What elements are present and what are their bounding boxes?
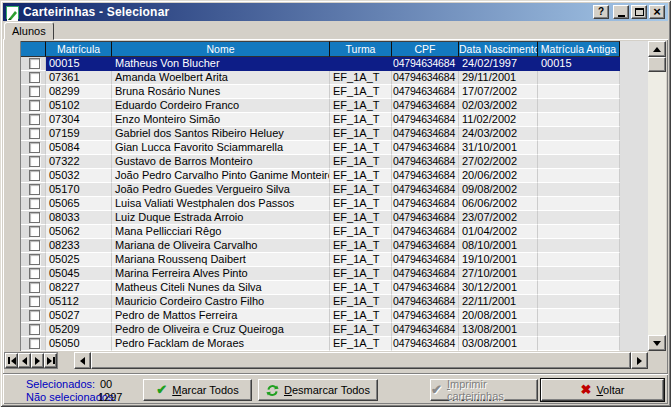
row-checkbox[interactable]: [29, 58, 40, 69]
imprimir-carteirinhas-button[interactable]: ✔ Imprimir carteirinhas: [430, 379, 538, 401]
cell-cpf: 04794634684: [392, 295, 459, 309]
last-record-button[interactable]: [44, 353, 57, 368]
checkbox-cell: [21, 323, 46, 337]
cell-matricula: 05025: [46, 253, 112, 267]
desmarcar-todos-button[interactable]: Desmarcar Todos: [258, 379, 378, 401]
cell-turma: EF_1A_T: [330, 127, 392, 141]
next-record-button[interactable]: [31, 353, 44, 368]
row-checkbox[interactable]: [29, 212, 40, 223]
cell-nome: Pedro de Mattos Ferreira: [112, 309, 330, 323]
row-checkbox[interactable]: [29, 240, 40, 251]
cell-matricula_antiga: [538, 337, 620, 351]
table-row[interactable]: 08299Bruna Rosário NunesEF_1A_T047946346…: [21, 85, 620, 99]
selected-count-label: Selecionados:: [26, 378, 95, 390]
cell-turma: EF_1A_T: [330, 239, 392, 253]
row-checkbox[interactable]: [29, 72, 40, 83]
cell-matricula_antiga: [538, 71, 620, 85]
table-row[interactable]: 05065Luisa Valiati Westphalen dos Passos…: [21, 197, 620, 211]
table-row[interactable]: 05102Eduardo Cordeiro FrancoEF_1A_T04794…: [21, 99, 620, 113]
voltar-label: Voltar: [596, 384, 624, 396]
row-checkbox[interactable]: [29, 338, 40, 349]
prev-record-button[interactable]: [18, 353, 31, 368]
scroll-left-button[interactable]: [74, 352, 91, 369]
close-button[interactable]: ×: [649, 5, 665, 19]
table-row[interactable]: 05084Gian Lucca Favorito SciammarellaEF_…: [21, 141, 620, 155]
tab-alunos[interactable]: Alunos: [4, 22, 54, 40]
table-row[interactable]: 05027Pedro de Mattos FerreiraEF_1A_T0479…: [21, 309, 620, 323]
marcar-todos-label: Marcar Todos: [172, 384, 238, 396]
column-header-data-nascimento[interactable]: Data Nascimento: [459, 41, 538, 57]
cell-cpf: 04794634684: [392, 267, 459, 281]
table-row[interactable]: 07361Amanda Woelbert AritaEF_1A_T0479463…: [21, 71, 620, 85]
cell-turma: EF_1A_T: [330, 337, 392, 351]
row-checkbox[interactable]: [29, 310, 40, 321]
cell-matricula_antiga: [538, 141, 620, 155]
vertical-scrollbar[interactable]: [648, 41, 666, 351]
row-checkbox[interactable]: [29, 198, 40, 209]
cell-matricula_antiga: [538, 155, 620, 169]
table-row[interactable]: 05032João Pedro Carvalho Pinto Ganime Mo…: [21, 169, 620, 183]
table-row[interactable]: 08033Luiz Duque Estrada ArroioEF_1A_T047…: [21, 211, 620, 225]
cell-turma: EF_1A_T: [330, 295, 392, 309]
column-header-cpf[interactable]: CPF: [392, 41, 459, 57]
help-button[interactable]: ?: [593, 5, 609, 19]
column-header-turma[interactable]: Turma: [330, 41, 392, 57]
row-checkbox[interactable]: [29, 100, 40, 111]
column-header-matrícula[interactable]: Matrícula: [46, 41, 112, 57]
cell-nome: Pedro de Oliveira e Cruz Queiroga: [112, 323, 330, 337]
cell-cpf: 04794634684: [392, 309, 459, 323]
cell-matricula_antiga: [538, 309, 620, 323]
row-checkbox[interactable]: [29, 86, 40, 97]
column-header-checkbox[interactable]: [21, 41, 46, 57]
row-checkbox[interactable]: [29, 268, 40, 279]
table-row[interactable]: 05045Marina Ferreira Alves PintoEF_1A_T0…: [21, 267, 620, 281]
cell-matricula: 05112: [46, 295, 112, 309]
cell-matricula_antiga: [538, 197, 620, 211]
horizontal-scroll-thumb[interactable]: [91, 352, 631, 369]
table-row[interactable]: 05112Mauricio Cordeiro Castro FilhoEF_1A…: [21, 295, 620, 309]
marcar-todos-button[interactable]: ✔ Marcar Todos: [143, 379, 252, 401]
row-checkbox[interactable]: [29, 142, 40, 153]
row-checkbox[interactable]: [29, 296, 40, 307]
row-checkbox[interactable]: [29, 184, 40, 195]
horizontal-scrollbar[interactable]: [74, 352, 648, 369]
checkbox-cell: [21, 183, 46, 197]
scrollbar-corner: [648, 352, 666, 369]
row-checkbox[interactable]: [29, 170, 40, 181]
row-checkbox[interactable]: [29, 254, 40, 265]
cell-data_nascimento: 01/04/2002: [459, 225, 538, 239]
row-checkbox[interactable]: [29, 282, 40, 293]
vertical-scroll-thumb[interactable]: [648, 57, 666, 72]
table-row[interactable]: 07304Enzo Monteiro SimãoEF_1A_T047946346…: [21, 113, 620, 127]
table-row[interactable]: 07322Gustavo de Barros MonteiroEF_1A_T04…: [21, 155, 620, 169]
arrow-left-icon: [22, 357, 27, 365]
row-checkbox[interactable]: [29, 128, 40, 139]
cell-nome: Luisa Valiati Westphalen dos Passos: [112, 197, 330, 211]
table-row[interactable]: 08233Mariana de Oliveira CarvalhoEF_1A_T…: [21, 239, 620, 253]
row-checkbox[interactable]: [29, 226, 40, 237]
table-row[interactable]: 05209Pedro de Oliveira e Cruz QueirogaEF…: [21, 323, 620, 337]
column-header-matrícula-antiga[interactable]: Matrícula Antiga: [538, 41, 620, 57]
table-row[interactable]: 00015Matheus Von Blucher0479463468424/02…: [21, 57, 620, 71]
table-row[interactable]: 05050Pedro Facklam de MoraesEF_1A_T04794…: [21, 337, 620, 351]
table-row[interactable]: 08227Matheus Citeli Nunes da SilvaEF_1A_…: [21, 281, 620, 295]
table-row[interactable]: 07159Gabriel dos Santos Ribeiro HelueyEF…: [21, 127, 620, 141]
scroll-up-button[interactable]: [648, 41, 666, 57]
row-checkbox[interactable]: [29, 114, 40, 125]
cell-nome: Amanda Woelbert Arita: [112, 71, 330, 85]
table-row[interactable]: 05170João Pedro Guedes Vergueiro SilvaEF…: [21, 183, 620, 197]
voltar-button[interactable]: ✖ Voltar: [541, 379, 664, 401]
scroll-down-button[interactable]: [648, 335, 666, 351]
cell-turma: [330, 57, 392, 71]
row-checkbox[interactable]: [29, 324, 40, 335]
table-row[interactable]: 05025Mariana Roussenq DaibertEF_1A_T0479…: [21, 253, 620, 267]
minimize-button[interactable]: [613, 5, 629, 19]
table-row[interactable]: 05062Mana Pellicciari RêgoEF_1A_T0479463…: [21, 225, 620, 239]
first-record-button[interactable]: [5, 353, 18, 368]
scroll-right-button[interactable]: [631, 352, 648, 369]
record-navigator: [4, 352, 58, 369]
row-checkbox[interactable]: [29, 156, 40, 167]
maximize-button[interactable]: [631, 5, 647, 19]
column-header-nome[interactable]: Nome: [112, 41, 330, 57]
title-bar[interactable]: Carteirinhas - Selecionar ? ×: [3, 3, 668, 21]
